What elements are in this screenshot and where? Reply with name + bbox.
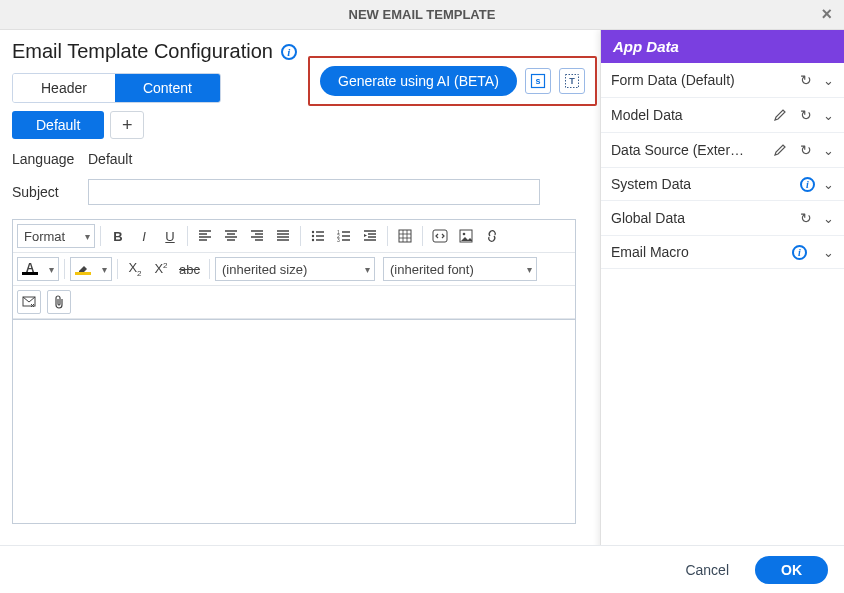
chevron-down-icon: ⌄ [823, 143, 834, 158]
table-button[interactable] [393, 224, 417, 248]
separator [100, 226, 101, 246]
format-dropdown[interactable]: Format [17, 224, 95, 248]
indent-button[interactable] [358, 224, 382, 248]
chevron-down-icon: ⌄ [823, 245, 834, 260]
subtab-default[interactable]: Default [12, 111, 104, 139]
separator [187, 226, 188, 246]
superscript-button[interactable]: X2 [149, 257, 173, 281]
refresh-icon[interactable]: ↻ [797, 106, 815, 124]
svg-rect-11 [433, 230, 447, 242]
chevron-down-icon: ⌄ [823, 177, 834, 192]
align-center-button[interactable] [219, 224, 243, 248]
svg-text:s: s [535, 76, 540, 86]
bg-color-dropdown[interactable] [70, 257, 112, 281]
image-button[interactable] [454, 224, 478, 248]
modal-title: NEW EMAIL TEMPLATE [349, 7, 496, 22]
panel-item-label: Data Source (Exter… [611, 142, 763, 158]
panel-item-data-source[interactable]: Data Source (Exter… ↻ ⌄ [601, 133, 844, 168]
separator [300, 226, 301, 246]
footer: Cancel OK [0, 545, 844, 593]
text-color-dropdown[interactable]: A [17, 257, 59, 281]
separator [387, 226, 388, 246]
align-right-button[interactable] [245, 224, 269, 248]
align-justify-button[interactable] [271, 224, 295, 248]
tab-content[interactable]: Content [115, 74, 220, 102]
chevron-down-icon: ⌄ [823, 211, 834, 226]
source-icon[interactable]: s [525, 68, 551, 94]
text-field-icon[interactable]: T [559, 68, 585, 94]
info-icon[interactable]: i [281, 44, 297, 60]
edit-icon[interactable] [771, 141, 789, 159]
chevron-down-icon: ⌄ [823, 108, 834, 123]
panel-item-label: System Data [611, 176, 792, 192]
font-family-dropdown[interactable]: (inherited font) [383, 257, 537, 281]
font-size-dropdown[interactable]: (inherited size) [215, 257, 375, 281]
svg-point-5 [312, 235, 314, 237]
separator [64, 259, 65, 279]
add-tab-button[interactable]: + [110, 111, 144, 139]
cancel-button[interactable]: Cancel [679, 561, 735, 579]
svg-point-13 [463, 233, 466, 236]
link-button[interactable] [480, 224, 504, 248]
panel-item-label: Model Data [611, 107, 763, 123]
refresh-icon[interactable]: ↻ [797, 209, 815, 227]
language-label: Language [12, 151, 78, 167]
ok-button[interactable]: OK [755, 556, 828, 584]
svg-text:3: 3 [337, 237, 340, 243]
underline-button[interactable]: U [158, 224, 182, 248]
rich-text-editor: Format B I U 123 [12, 219, 576, 524]
subscript-button[interactable]: X2 [123, 257, 147, 281]
edit-icon[interactable] [771, 106, 789, 124]
panel-item-email-macro[interactable]: Email Macro i ⌄ [601, 236, 844, 269]
svg-rect-10 [399, 230, 411, 242]
bullet-list-button[interactable] [306, 224, 330, 248]
ai-highlight-box: Generate using AI (BETA) s T [308, 56, 597, 106]
panel-item-system-data[interactable]: System Data i ⌄ [601, 168, 844, 201]
panel-item-global-data[interactable]: Global Data ↻ ⌄ [601, 201, 844, 236]
italic-button[interactable]: I [132, 224, 156, 248]
chevron-down-icon: ⌄ [823, 73, 834, 88]
generate-ai-button[interactable]: Generate using AI (BETA) [320, 66, 517, 96]
separator [209, 259, 210, 279]
modal-header: NEW EMAIL TEMPLATE × [0, 0, 844, 30]
separator [117, 259, 118, 279]
info-icon[interactable]: i [792, 245, 807, 260]
close-icon[interactable]: × [821, 4, 832, 25]
panel-item-label: Global Data [611, 210, 789, 226]
subject-label: Subject [12, 184, 78, 200]
main-tabs: Header Content [12, 73, 221, 103]
panel-item-label: Email Macro [611, 244, 784, 260]
svg-point-6 [312, 239, 314, 241]
tab-header[interactable]: Header [13, 74, 115, 102]
page-title: Email Template Configuration [12, 40, 273, 63]
side-panel: App Data Form Data (Default) ↻ ⌄ Model D… [600, 30, 844, 554]
separator [422, 226, 423, 246]
attachment-button[interactable] [47, 290, 71, 314]
subject-input[interactable] [88, 179, 540, 205]
code-button[interactable] [428, 224, 452, 248]
language-value: Default [88, 151, 132, 167]
editor-body[interactable] [13, 319, 575, 523]
bold-button[interactable]: B [106, 224, 130, 248]
refresh-icon[interactable]: ↻ [797, 141, 815, 159]
main-content: Email Template Configuration i Generate … [0, 30, 600, 554]
strikethrough-button[interactable]: abc [175, 257, 204, 281]
panel-item-model-data[interactable]: Model Data ↻ ⌄ [601, 98, 844, 133]
svg-point-4 [312, 231, 314, 233]
align-left-button[interactable] [193, 224, 217, 248]
refresh-icon[interactable]: ↻ [797, 71, 815, 89]
info-icon[interactable]: i [800, 177, 815, 192]
numbered-list-button[interactable]: 123 [332, 224, 356, 248]
svg-text:T: T [569, 76, 575, 86]
panel-item-form-data[interactable]: Form Data (Default) ↻ ⌄ [601, 63, 844, 98]
panel-item-label: Form Data (Default) [611, 72, 789, 88]
side-panel-title: App Data [601, 30, 844, 63]
insert-template-button[interactable] [17, 290, 41, 314]
